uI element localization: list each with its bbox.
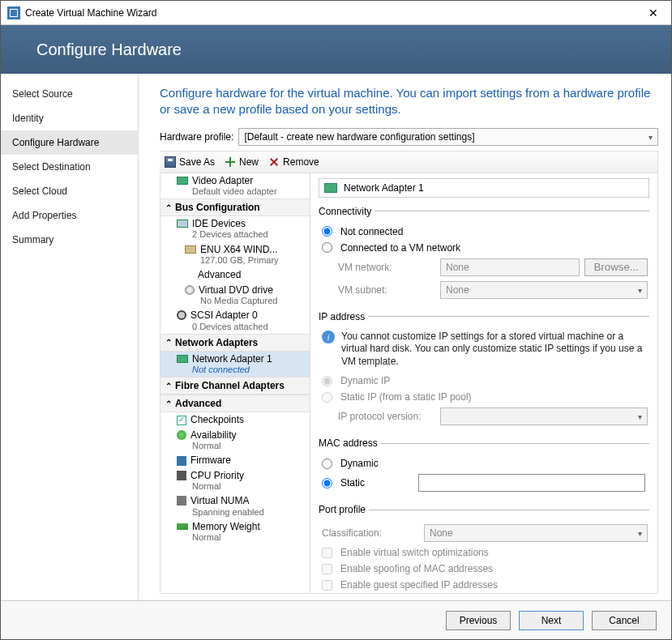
- availability-icon: [177, 430, 186, 440]
- details-header: Network Adapter 1: [319, 178, 649, 198]
- tree-advanced-child[interactable]: Advanced: [161, 267, 310, 282]
- info-icon: i: [322, 331, 335, 343]
- cancel-button[interactable]: Cancel: [592, 611, 657, 630]
- label-guest-ip: Enable guest specified IP addresses: [340, 579, 498, 591]
- step-add-properties[interactable]: Add Properties: [1, 203, 138, 228]
- label-vswitch-opt: Enable virtual switch optimizations: [340, 547, 489, 558]
- connectivity-legend: Connectivity: [319, 206, 375, 217]
- previous-button[interactable]: Previous: [446, 611, 511, 630]
- details-title: Network Adapter 1: [344, 182, 424, 194]
- scsi-icon: [177, 310, 186, 320]
- wizard-steps: Select Source Identity Configure Hardwar…: [1, 74, 139, 600]
- label-static-ip: Static IP (from a static IP pool): [340, 391, 472, 403]
- tree-nic1[interactable]: Network Adapter 1 Not connected: [161, 352, 310, 378]
- tree-video-adapter[interactable]: Video Adapter Default video adapter: [161, 173, 310, 199]
- numa-icon: [177, 496, 186, 506]
- ip-legend: IP address: [319, 311, 368, 322]
- vm-network-label: VM network:: [338, 262, 435, 273]
- collapse-icon: ⌃: [165, 399, 172, 408]
- plus-icon: [225, 156, 236, 168]
- nic-icon: [324, 183, 337, 193]
- label-connected: Connected to a VM network: [340, 242, 460, 254]
- port-legend: Port profile: [319, 504, 369, 515]
- save-as-button[interactable]: Save As: [165, 156, 215, 168]
- step-identity[interactable]: Identity: [1, 106, 138, 130]
- tree-hdd[interactable]: ENU X64 WIND... 127.00 GB, Primary: [161, 242, 310, 268]
- remove-label: Remove: [283, 156, 319, 168]
- video-icon: [177, 177, 188, 185]
- close-icon[interactable]: ✕: [642, 6, 665, 19]
- radio-connected[interactable]: [322, 242, 332, 253]
- label-mac-static: Static: [340, 477, 365, 489]
- vm-network-field: None: [440, 258, 580, 276]
- classification-combo[interactable]: None: [424, 524, 648, 542]
- tree-cat-fc[interactable]: ⌃Fibre Channel Adapters: [161, 377, 310, 395]
- remove-button[interactable]: Remove: [268, 156, 319, 168]
- tree-ide[interactable]: IDE Devices 2 Devices attached: [161, 216, 310, 242]
- radio-static-ip: [322, 392, 332, 403]
- classification-label: Classification:: [322, 527, 419, 539]
- chevron-down-icon: [638, 411, 642, 422]
- tree-cat-advanced[interactable]: ⌃Advanced: [161, 395, 310, 412]
- ip-proto-combo: [440, 407, 648, 425]
- details-pane: Network Adapter 1 Connectivity Not conne…: [310, 173, 657, 594]
- titlebar: Create Virtual Machine Wizard ✕: [1, 1, 671, 25]
- hw-profile-combo[interactable]: [Default - create new hardware configura…: [238, 128, 658, 146]
- new-button[interactable]: New: [225, 156, 259, 168]
- next-button[interactable]: Next: [519, 611, 584, 630]
- wizard-footer: Previous Next Cancel: [1, 600, 671, 639]
- browse-button: Browse...: [584, 258, 648, 276]
- tree-checkpoints[interactable]: Checkpoints: [161, 412, 310, 427]
- hardware-tree[interactable]: Video Adapter Default video adapter ⌃Bus…: [161, 173, 310, 594]
- label-dynamic-ip: Dynamic IP: [340, 375, 390, 386]
- step-select-cloud[interactable]: Select Cloud: [1, 179, 138, 203]
- banner-heading: Configure Hardware: [36, 41, 182, 59]
- group-port-profile: Port profile Classification: None Enable…: [319, 504, 649, 593]
- label-mac-spoof: Enable spoofing of MAC addresses: [340, 563, 493, 574]
- step-summary[interactable]: Summary: [1, 228, 138, 252]
- radio-not-connected[interactable]: [322, 226, 332, 237]
- cpu-icon: [177, 471, 186, 480]
- tree-firmware[interactable]: Firmware: [161, 453, 310, 467]
- ide-icon: [177, 220, 188, 228]
- chevron-down-icon: [638, 284, 642, 296]
- tree-memory-weight[interactable]: Memory Weight Normal: [161, 519, 310, 545]
- hdd-icon: [185, 245, 196, 254]
- save-as-label: Save As: [179, 156, 215, 168]
- tree-cat-network[interactable]: ⌃Network Adapters: [161, 334, 310, 352]
- check-mac-spoof: [322, 564, 332, 574]
- mac-legend: MAC address: [319, 437, 381, 449]
- step-select-destination[interactable]: Select Destination: [1, 155, 138, 179]
- nic-icon: [177, 355, 188, 363]
- intro-text: Configure hardware for the virtual machi…: [160, 85, 658, 118]
- tree-availability[interactable]: Availability Normal: [161, 428, 310, 454]
- check-vswitch-opt: [322, 548, 332, 558]
- tree-cat-bus[interactable]: ⌃Bus Configuration: [161, 198, 310, 216]
- chevron-down-icon: [648, 131, 653, 143]
- tree-numa[interactable]: Virtual NUMA Spanning enabled: [161, 493, 310, 519]
- hw-toolbar: Save As New Remove: [160, 151, 658, 173]
- ip-proto-label: IP protocol version:: [338, 411, 435, 422]
- checkpoints-icon: [177, 416, 186, 425]
- tree-nic-status: Not connected: [177, 365, 305, 375]
- radio-dynamic-ip: [322, 376, 332, 386]
- label-mac-dynamic: Dynamic: [340, 458, 379, 469]
- tree-dvd[interactable]: Virtual DVD drive No Media Captured: [161, 283, 310, 309]
- window-title: Create Virtual Machine Wizard: [25, 7, 642, 19]
- group-ip: IP address i You cannot customize IP set…: [319, 311, 649, 430]
- step-configure-hardware[interactable]: Configure Hardware: [1, 130, 138, 155]
- tree-scsi[interactable]: SCSI Adapter 0 0 Devices attached: [161, 308, 310, 334]
- step-select-source[interactable]: Select Source: [1, 82, 138, 106]
- vm-subnet-combo: None: [440, 281, 648, 299]
- mac-static-input[interactable]: [418, 474, 645, 492]
- ip-info-text: You cannot customize IP settings for a s…: [341, 331, 648, 369]
- disc-icon: [185, 285, 195, 295]
- vm-subnet-label: VM subnet:: [338, 284, 435, 296]
- check-guest-ip: [322, 580, 332, 591]
- tree-cpu-priority[interactable]: CPU Priority Normal: [161, 468, 310, 494]
- label-not-connected: Not connected: [340, 226, 403, 237]
- chevron-down-icon: [638, 527, 642, 539]
- radio-mac-dynamic[interactable]: [322, 459, 332, 469]
- group-connectivity: Connectivity Not connected Connected to …: [319, 206, 649, 303]
- radio-mac-static[interactable]: [322, 478, 332, 489]
